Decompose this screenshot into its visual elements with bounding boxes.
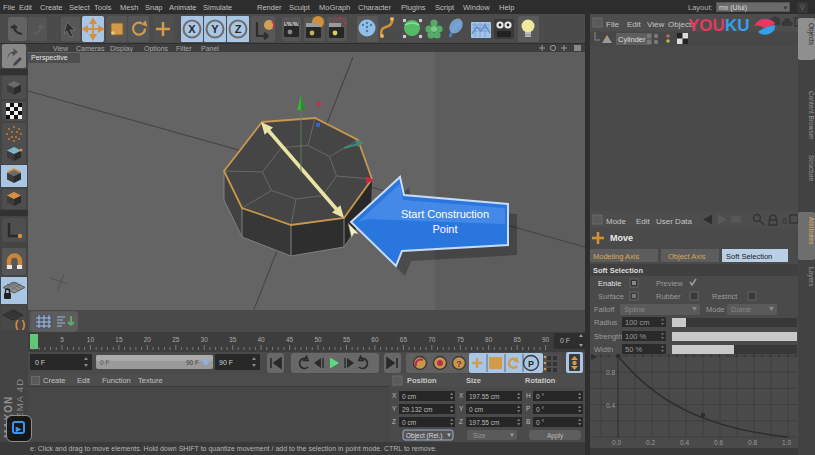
svg-text:Apply: Apply xyxy=(547,432,564,440)
svg-text:0 F: 0 F xyxy=(35,359,45,366)
svg-text:Soft Selection: Soft Selection xyxy=(593,266,643,275)
svg-text:Object (Rel.): Object (Rel.) xyxy=(406,432,442,440)
svg-text:0 °: 0 ° xyxy=(536,393,544,400)
svg-text:100 %: 100 % xyxy=(625,332,647,341)
svg-text:Attributes: Attributes xyxy=(808,217,815,245)
svg-text:Preview: Preview xyxy=(656,279,683,288)
svg-text:Start Construction: Start Construction xyxy=(401,208,489,220)
svg-text:90 F: 90 F xyxy=(186,359,199,366)
svg-text:30: 30 xyxy=(201,336,209,343)
svg-text:Mode: Mode xyxy=(606,217,627,226)
svg-text:80: 80 xyxy=(485,336,493,343)
svg-text:Soft Selection: Soft Selection xyxy=(726,252,772,261)
svg-text:X: X xyxy=(188,23,196,35)
svg-text:0 °: 0 ° xyxy=(536,419,544,426)
svg-text:Content Browser: Content Browser xyxy=(808,91,815,140)
svg-text:5: 5 xyxy=(60,336,64,343)
svg-text:0 cm: 0 cm xyxy=(402,419,416,426)
svg-text:Restrict: Restrict xyxy=(712,292,738,301)
svg-text:Surface: Surface xyxy=(598,292,624,301)
svg-text:0.8: 0.8 xyxy=(748,439,757,446)
svg-text:20: 20 xyxy=(144,336,152,343)
svg-text:90: 90 xyxy=(542,336,550,343)
svg-text:Layers: Layers xyxy=(807,267,815,287)
svg-text:25: 25 xyxy=(172,336,180,343)
svg-text:29.132 cm: 29.132 cm xyxy=(402,406,432,413)
svg-text:Cylinder: Cylinder xyxy=(618,35,646,44)
svg-text:100 cm: 100 cm xyxy=(625,318,650,327)
svg-text:X: X xyxy=(459,392,464,399)
svg-text:Spline: Spline xyxy=(624,305,645,314)
svg-text:File: File xyxy=(606,20,619,29)
svg-text:P: P xyxy=(526,405,530,412)
svg-text:65: 65 xyxy=(400,336,408,343)
svg-text:Move: Move xyxy=(610,233,633,243)
svg-text:90 F: 90 F xyxy=(219,359,233,366)
svg-text:Size: Size xyxy=(473,432,486,439)
svg-text:8: 8 xyxy=(782,216,787,226)
svg-text:50: 50 xyxy=(314,336,322,343)
svg-text:View: View xyxy=(647,20,664,29)
svg-text:40: 40 xyxy=(257,336,265,343)
svg-text:Size: Size xyxy=(466,376,481,385)
svg-text:B: B xyxy=(526,418,530,425)
svg-text:0 F: 0 F xyxy=(100,359,109,366)
svg-text:X: X xyxy=(392,392,397,399)
svg-text:User Data: User Data xyxy=(656,217,693,226)
svg-text:Y: Y xyxy=(459,405,464,412)
svg-text:Edit: Edit xyxy=(636,217,651,226)
svg-text:0 F: 0 F xyxy=(560,337,570,344)
svg-text:1.0: 1.0 xyxy=(782,439,791,446)
svg-text:0.8: 0.8 xyxy=(606,369,615,376)
svg-text:0 cm: 0 cm xyxy=(469,406,483,413)
svg-text:Z: Z xyxy=(459,418,463,425)
svg-text:Enable: Enable xyxy=(598,279,621,288)
svg-text:0.6: 0.6 xyxy=(714,439,723,446)
svg-text:75: 75 xyxy=(457,336,465,343)
svg-text:Dome: Dome xyxy=(731,305,751,314)
svg-text:Strength: Strength xyxy=(594,332,622,341)
svg-text:Object Axis: Object Axis xyxy=(668,252,706,261)
svg-text:P: P xyxy=(528,359,534,369)
svg-text:197.55 cm: 197.55 cm xyxy=(469,419,499,426)
svg-text:10: 10 xyxy=(87,336,95,343)
svg-text:Mode: Mode xyxy=(706,305,725,314)
svg-text:Y: Y xyxy=(392,405,397,412)
svg-text:Structure: Structure xyxy=(808,155,815,182)
svg-text:0.4: 0.4 xyxy=(680,439,689,446)
svg-text:85: 85 xyxy=(514,336,522,343)
svg-text:50 %: 50 % xyxy=(625,345,642,354)
svg-text:Rotation: Rotation xyxy=(525,376,556,385)
svg-text:0 cm: 0 cm xyxy=(402,393,416,400)
svg-text:Width: Width xyxy=(594,345,613,354)
svg-text:0 °: 0 ° xyxy=(536,406,544,413)
svg-text:45: 45 xyxy=(286,336,294,343)
svg-text:Rubber: Rubber xyxy=(656,292,681,301)
svg-text:?: ? xyxy=(456,359,462,369)
svg-text:Modeling Axis: Modeling Axis xyxy=(593,252,640,261)
svg-text:Z: Z xyxy=(392,418,396,425)
svg-text:Y: Y xyxy=(211,23,219,35)
svg-text:Edit: Edit xyxy=(627,20,642,29)
svg-text:Point: Point xyxy=(432,223,457,235)
svg-text:Radius: Radius xyxy=(594,318,618,327)
svg-text:Position: Position xyxy=(407,376,437,385)
svg-text:60: 60 xyxy=(371,336,379,343)
svg-text:197.55 cm: 197.55 cm xyxy=(469,393,499,400)
svg-text:Z: Z xyxy=(235,23,242,35)
svg-text:0.4: 0.4 xyxy=(606,402,615,409)
svg-text:15: 15 xyxy=(115,336,123,343)
svg-text:0.2: 0.2 xyxy=(646,439,655,446)
svg-text:Falloff: Falloff xyxy=(594,305,615,314)
svg-text:70: 70 xyxy=(428,336,436,343)
svg-text:35: 35 xyxy=(229,336,237,343)
svg-text:55: 55 xyxy=(343,336,351,343)
svg-text:H: H xyxy=(526,392,531,399)
svg-text:0.0: 0.0 xyxy=(612,439,621,446)
